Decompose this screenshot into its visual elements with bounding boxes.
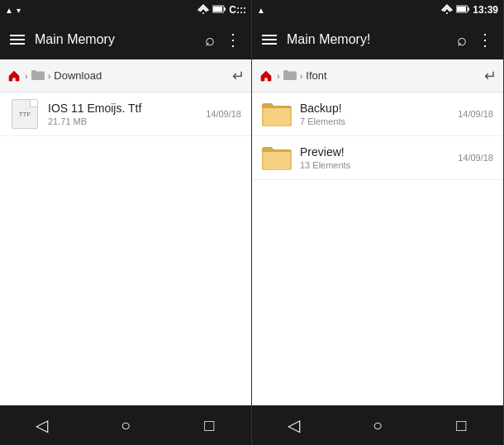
right-panel: ▲ 13:39 Main Memor bbox=[252, 0, 504, 445]
folder2-name: Preview! bbox=[300, 145, 449, 159]
left-breadcrumb-chevron1: › bbox=[25, 71, 28, 81]
left-breadcrumb-folder-icon bbox=[31, 69, 45, 83]
folder-icon bbox=[262, 102, 292, 126]
right-recent-button[interactable]: □ bbox=[436, 409, 486, 442]
folder1-info: Backup! 7 Elements bbox=[300, 102, 449, 126]
right-nav-bar: ◁ ○ □ bbox=[252, 405, 503, 445]
folder1-meta: 7 Elements bbox=[300, 116, 449, 126]
left-status-bar: ▲ ▾ C::: bbox=[0, 0, 251, 20]
right-file-list: Backup! 7 Elements 14/09/18 Preview! 13 … bbox=[252, 92, 503, 405]
right-up-button[interactable]: ↵ bbox=[484, 67, 497, 85]
document-icon: TTF bbox=[12, 99, 38, 129]
folder2-date: 14/09/18 bbox=[458, 153, 493, 163]
left-breadcrumb-path: Download bbox=[54, 69, 102, 82]
signal-icon: ▲ bbox=[5, 6, 13, 15]
right-signal-icon: ▲ bbox=[257, 6, 265, 15]
right-more-button[interactable]: ⋮ bbox=[477, 30, 493, 50]
left-status-right: C::: bbox=[197, 4, 246, 16]
right-home-icon[interactable] bbox=[259, 69, 273, 83]
folder2-icon bbox=[262, 145, 292, 170]
folder2-meta: 13 Elements bbox=[300, 160, 449, 170]
battery-icon bbox=[212, 5, 226, 15]
right-breadcrumb-chevron2: › bbox=[300, 71, 303, 81]
table-row[interactable]: Backup! 7 Elements 14/09/18 bbox=[252, 92, 503, 136]
wifi-strength-icon bbox=[197, 4, 209, 16]
right-status-bar: ▲ 13:39 bbox=[252, 0, 503, 20]
left-toolbar-title: Main Memory bbox=[35, 32, 195, 47]
left-up-button[interactable]: ↵ bbox=[232, 67, 245, 85]
svg-rect-6 bbox=[457, 7, 466, 12]
right-wifi-icon bbox=[441, 4, 453, 16]
folder2-info: Preview! 13 Elements bbox=[300, 145, 449, 170]
right-toolbar: Main Memory! ⌕ ⋮ bbox=[252, 20, 503, 59]
right-time: 13:39 bbox=[473, 4, 498, 16]
file-date: 14/09/18 bbox=[206, 109, 241, 119]
right-toolbar-title: Main Memory! bbox=[287, 32, 447, 47]
folder1-name: Backup! bbox=[300, 102, 449, 115]
right-breadcrumb-chevron1: › bbox=[277, 71, 280, 81]
file-type-icon: TTF bbox=[10, 99, 40, 129]
svg-rect-2 bbox=[213, 7, 222, 12]
left-breadcrumb: › › Download ↵ bbox=[0, 59, 251, 92]
wifi-icon: ▾ bbox=[17, 6, 21, 15]
left-nav-bar: ◁ ○ □ bbox=[0, 405, 251, 445]
table-row[interactable]: Preview! 13 Elements 14/09/18 bbox=[252, 136, 503, 180]
file-name: IOS 11 Emoijs. Ttf bbox=[48, 102, 197, 115]
folder-icon-wrapper bbox=[262, 99, 292, 129]
folder2-icon-wrapper bbox=[262, 143, 292, 173]
left-menu-button[interactable] bbox=[10, 35, 25, 45]
svg-point-0 bbox=[202, 12, 204, 14]
right-back-button[interactable]: ◁ bbox=[269, 409, 319, 442]
left-panel: ▲ ▾ C::: Mai bbox=[0, 0, 252, 445]
left-file-list: TTF IOS 11 Emoijs. Ttf 21.71 MB 14/09/18 bbox=[0, 92, 251, 405]
svg-rect-7 bbox=[468, 7, 469, 11]
right-breadcrumb-path: Ifont bbox=[306, 69, 326, 82]
left-toolbar: Main Memory ⌕ ⋮ bbox=[0, 20, 251, 59]
file-meta: 21.71 MB bbox=[48, 116, 197, 126]
right-status-left: ▲ bbox=[257, 6, 265, 15]
table-row[interactable]: TTF IOS 11 Emoijs. Ttf 21.71 MB 14/09/18 bbox=[0, 92, 251, 136]
left-time: C::: bbox=[229, 4, 246, 16]
right-status-right: 13:39 bbox=[441, 4, 498, 16]
right-breadcrumb: › › Ifont ↵ bbox=[252, 59, 503, 92]
right-battery-icon bbox=[456, 5, 469, 15]
file-info: IOS 11 Emoijs. Ttf 21.71 MB bbox=[48, 102, 197, 126]
right-search-button[interactable]: ⌕ bbox=[457, 31, 467, 50]
left-search-button[interactable]: ⌕ bbox=[205, 31, 215, 50]
right-home-button[interactable]: ○ bbox=[353, 409, 402, 442]
left-status-left: ▲ ▾ bbox=[5, 6, 21, 15]
left-back-button[interactable]: ◁ bbox=[17, 409, 67, 442]
svg-point-4 bbox=[446, 12, 448, 14]
left-home-button[interactable]: ○ bbox=[101, 409, 150, 442]
left-recent-button[interactable]: □ bbox=[184, 409, 234, 442]
left-breadcrumb-chevron2: › bbox=[48, 71, 51, 81]
left-more-button[interactable]: ⋮ bbox=[225, 30, 241, 50]
right-breadcrumb-folder-icon bbox=[283, 69, 297, 83]
folder1-date: 14/09/18 bbox=[458, 109, 493, 119]
right-menu-button[interactable] bbox=[262, 35, 277, 45]
left-home-icon[interactable] bbox=[7, 69, 21, 83]
svg-rect-3 bbox=[224, 7, 226, 11]
